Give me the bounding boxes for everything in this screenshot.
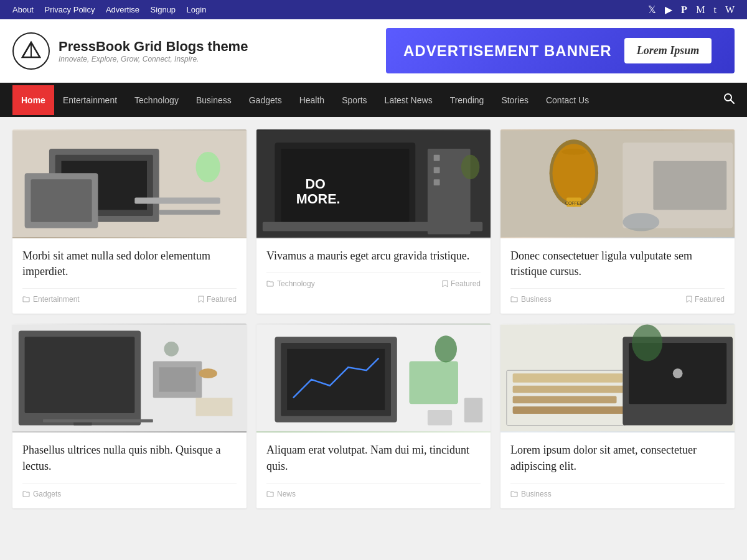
nav-trending[interactable]: Trending	[441, 85, 493, 115]
svg-rect-17	[281, 149, 409, 222]
wordpress-icon[interactable]: W	[725, 4, 735, 16]
card-1-title: Morbi sit amet nulla sed dolor elementum…	[22, 248, 237, 279]
svg-point-42	[199, 369, 217, 379]
nav-sports[interactable]: Sports	[333, 85, 375, 115]
nav-home[interactable]: Home	[12, 85, 54, 115]
search-icon[interactable]	[723, 83, 735, 117]
top-link-advertise[interactable]: Advertise	[106, 5, 139, 14]
svg-rect-43	[196, 398, 233, 416]
pinterest-icon[interactable]: 𝐏	[681, 4, 687, 16]
svg-text:MORE.: MORE.	[296, 191, 341, 207]
card-2-title: Vivamus a mauris eget arcu gravida trist…	[266, 248, 481, 264]
svg-text:COFFEE: COFFEE	[565, 201, 583, 205]
svg-point-44	[164, 342, 179, 357]
advertisement-banner[interactable]: ADVERTISEMENT BANNER Lorem Ipsum	[386, 28, 735, 73]
medium-icon[interactable]: M	[696, 4, 705, 16]
svg-point-62	[632, 325, 662, 362]
card-3-image: COFFEE	[500, 129, 735, 238]
top-link-about[interactable]: About	[12, 5, 34, 14]
card-6-body: Lorem ipsum dolor sit amet, consectetuer…	[500, 432, 735, 508]
article-card-3: COFFEE Donec consectetuer ligula vulputa…	[500, 129, 735, 314]
site-tagline: Innovate, Explore, Grow, Connect, Inspir…	[59, 55, 248, 63]
nav-stories[interactable]: Stories	[492, 85, 537, 115]
article-card-2: DO MORE. Vivamus a mauris eget arcu grav…	[256, 129, 491, 314]
svg-rect-52	[464, 398, 482, 422]
card-2-body: Vivamus a mauris eget arcu gravida trist…	[256, 238, 491, 298]
youtube-icon[interactable]: ▶	[665, 4, 672, 16]
svg-point-50	[435, 336, 457, 363]
card-6-title: Lorem ipsum dolor sit amet, consectetuer…	[510, 442, 725, 474]
nav-technology[interactable]: Technology	[126, 85, 187, 115]
svg-point-34	[622, 213, 659, 231]
svg-rect-12	[134, 198, 220, 204]
article-card-6: Lorem ipsum dolor sit amet, consectetuer…	[500, 324, 735, 508]
card-1-body: Morbi sit amet nulla sed dolor elementum…	[12, 238, 247, 314]
card-6-image	[500, 324, 735, 432]
logo-area: PressBook Grid Blogs theme Innovate, Exp…	[12, 32, 248, 70]
article-card-4: Phasellus ultrices nulla quis nibh. Quis…	[12, 324, 247, 508]
card-6-category: Business	[510, 490, 552, 498]
card-1-image	[12, 129, 247, 238]
card-5-category: News	[266, 490, 296, 498]
card-4-category: Gadgets	[22, 490, 61, 498]
card-6-meta: Business	[510, 483, 725, 498]
svg-point-14	[196, 152, 220, 182]
nav-gadgets[interactable]: Gadgets	[240, 85, 291, 115]
site-title: PressBook Grid Blogs theme	[59, 39, 248, 55]
svg-line-3	[22, 42, 31, 57]
card-5-image	[256, 324, 491, 432]
card-1-category: Entertainment	[22, 295, 80, 304]
svg-point-24	[461, 155, 479, 179]
article-card-5: Aliquam erat volutpat. Nam dui mi, tinci…	[256, 324, 491, 508]
card-5-title: Aliquam erat volutpat. Nam dui mi, tinci…	[266, 442, 481, 474]
card-3-title: Donec consectetuer ligula vulputate sem …	[510, 248, 725, 279]
svg-rect-33	[653, 161, 726, 210]
card-5-body: Aliquam erat volutpat. Nam dui mi, tinci…	[256, 432, 491, 508]
card-1-featured: Featured	[198, 295, 237, 304]
card-4-title: Phasellus ultrices nulla quis nibh. Quis…	[22, 442, 237, 474]
svg-rect-13	[159, 210, 220, 215]
site-logo-icon	[12, 32, 50, 70]
card-1-meta: Entertainment Featured	[22, 288, 237, 304]
nav-business[interactable]: Business	[187, 85, 240, 115]
nav-entertainment[interactable]: Entertainment	[54, 85, 126, 115]
card-3-featured: Featured	[686, 295, 725, 304]
top-link-privacy[interactable]: Privacy Policy	[44, 5, 95, 14]
card-2-meta: Technology Featured	[266, 273, 481, 288]
nav-health[interactable]: Health	[291, 85, 333, 115]
svg-rect-22	[434, 167, 440, 174]
nav-contact-us[interactable]: Contact Us	[537, 85, 598, 115]
nav-latest-news[interactable]: Latest News	[376, 85, 441, 115]
svg-rect-51	[428, 410, 452, 426]
svg-rect-39	[43, 419, 153, 422]
site-header: PressBook Grid Blogs theme Innovate, Exp…	[0, 19, 747, 83]
top-bar-links: About Privacy Policy Advertise Signup Lo…	[12, 5, 215, 15]
card-3-body: Donec consectetuer ligula vulputate sem …	[500, 238, 735, 314]
tumblr-icon[interactable]: t	[713, 4, 716, 16]
twitter-icon[interactable]: 𝕏	[648, 4, 656, 16]
article-card-1: Morbi sit amet nulla sed dolor elementum…	[12, 129, 247, 314]
svg-rect-49	[409, 362, 458, 404]
svg-rect-56	[513, 396, 617, 404]
card-4-image	[12, 324, 247, 432]
svg-point-29	[552, 144, 595, 202]
top-link-login[interactable]: Login	[187, 5, 207, 14]
top-link-signup[interactable]: Signup	[151, 5, 176, 14]
ad-banner-button[interactable]: Lorem Ipsum	[624, 38, 712, 63]
main-navigation: Home Entertainment Technology Business G…	[0, 83, 747, 117]
svg-rect-54	[513, 374, 623, 383]
card-2-category: Technology	[266, 279, 315, 288]
svg-rect-37	[25, 337, 135, 414]
logo-text: PressBook Grid Blogs theme Innovate, Exp…	[59, 39, 248, 63]
svg-rect-41	[159, 368, 196, 392]
card-2-image: DO MORE.	[256, 129, 491, 238]
top-bar: About Privacy Policy Advertise Signup Lo…	[0, 0, 747, 19]
card-3-meta: Business Featured	[510, 288, 725, 304]
articles-grid: Morbi sit amet nulla sed dolor elementum…	[12, 129, 735, 508]
svg-rect-55	[513, 386, 629, 393]
svg-rect-21	[434, 155, 440, 161]
card-5-meta: News	[266, 483, 481, 498]
ad-banner-text: ADVERTISEMENT BANNER	[403, 42, 612, 60]
svg-rect-57	[513, 407, 626, 414]
social-icons: 𝕏 ▶ 𝐏 M t W	[648, 4, 735, 16]
